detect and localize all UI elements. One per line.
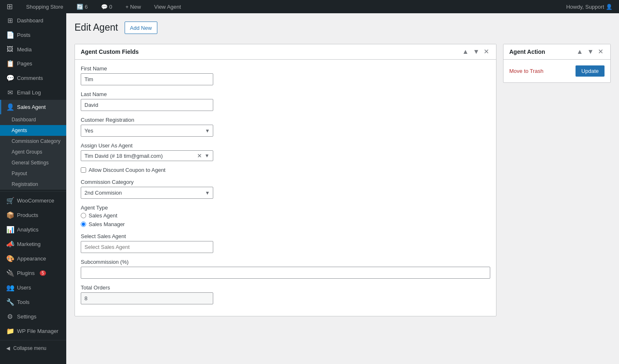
total-orders-group: Total Orders: [81, 284, 490, 304]
sidebar-label-email-log: Email Log: [17, 89, 41, 96]
new-content-label: + New: [125, 4, 141, 10]
sidebar-item-sales-agent[interactable]: 👤 Sales Agent: [0, 100, 66, 114]
sidebar-item-analytics[interactable]: 📊 Analytics: [0, 222, 66, 237]
sidebar-item-sa-agents[interactable]: Agents: [0, 125, 66, 136]
sidebar-item-pages[interactable]: 📋 Pages: [0, 56, 66, 71]
sa-commission-category-label: Commission Category: [12, 138, 60, 144]
assign-user-value: Tim David (# 18 tim@gmail.com): [84, 153, 163, 159]
sidebar-label-dashboard: Dashboard: [17, 17, 43, 24]
sidebar-item-posts[interactable]: 📄 Posts: [0, 28, 66, 42]
sidebar-item-sa-general-settings[interactable]: General Settings: [0, 157, 66, 168]
allow-discount-checkbox[interactable]: [81, 167, 86, 173]
collapse-icon: ◀: [6, 345, 10, 351]
sidebar-item-sa-dashboard[interactable]: Dashboard: [0, 114, 66, 125]
updates-count: 6: [85, 4, 88, 10]
collapse-menu-button[interactable]: ◀ Collapse menu: [0, 342, 66, 354]
agent-type-sales-agent-radio[interactable]: [81, 213, 86, 218]
sidebar-label-comments: Comments: [17, 75, 43, 81]
sidebar-item-tools[interactable]: 🔧 Tools: [0, 295, 66, 309]
last-name-input[interactable]: [81, 99, 213, 111]
sidebar-item-settings[interactable]: ⚙ Settings: [0, 309, 66, 324]
agent-type-sales-manager-label: Sales Manager: [89, 221, 125, 227]
agent-type-sales-manager-radio[interactable]: [81, 222, 86, 227]
agent-action-collapse-up-button[interactable]: ▲: [575, 48, 584, 55]
howdy-menu[interactable]: Howdy, Support 👤: [563, 0, 616, 13]
sidebar-item-sa-commission-category[interactable]: Commission Category: [0, 136, 66, 147]
view-agent-link[interactable]: View Agent: [151, 0, 184, 13]
email-log-icon: ✉: [6, 89, 14, 96]
metabox-collapse-down-button[interactable]: ▼: [472, 48, 481, 55]
commission-category-label: Commission Category: [81, 179, 490, 185]
select-sales-agent-label: Select Sales Agent: [81, 233, 490, 239]
sidebar-item-appearance[interactable]: 🎨 Appearance: [0, 251, 66, 266]
sidebar-item-comments[interactable]: 💬 Comments: [0, 71, 66, 85]
agent-action-collapse-down-button[interactable]: ▼: [586, 48, 595, 55]
agent-action-close-button[interactable]: ✕: [597, 48, 605, 55]
admin-bar: ⊞ Shopping Store 🔄 6 💬 0 + New View Agen…: [0, 0, 619, 13]
tools-icon: 🔧: [6, 298, 14, 306]
sidebar-item-sa-agent-groups[interactable]: Agent Groups: [0, 147, 66, 157]
wp-file-manager-icon: 📁: [6, 327, 14, 335]
sidebar-item-email-log[interactable]: ✉ Email Log: [0, 85, 66, 100]
sidebar-label-settings: Settings: [17, 313, 36, 320]
metabox-title: Agent Custom Fields: [81, 48, 139, 55]
sidebar-item-dashboard[interactable]: ⊞ Dashboard: [0, 13, 66, 28]
sa-agents-label: Agents: [12, 128, 27, 133]
metabox-close-button[interactable]: ✕: [482, 48, 490, 55]
sidebar-item-products[interactable]: 📦 Products: [0, 208, 66, 222]
update-button[interactable]: Update: [576, 65, 605, 77]
agent-action-controls: ▲ ▼ ✕: [575, 48, 605, 55]
subcommission-group: Subcommission (%): [81, 259, 490, 279]
allow-discount-group: Allow Discount Coupon to Agent: [81, 167, 490, 173]
sidebar-label-appearance: Appearance: [17, 256, 46, 262]
sidebar-label-plugins: Plugins: [17, 270, 35, 276]
customer-registration-select-wrap: Yes No ▼: [81, 125, 213, 137]
assign-user-clear-button[interactable]: ✕: [197, 152, 202, 159]
user-avatar-icon: 👤: [606, 4, 612, 10]
users-icon: 👥: [6, 284, 14, 292]
sidebar-label-products: Products: [17, 212, 38, 218]
assign-user-label: Assign User As Agent: [81, 142, 490, 149]
products-icon: 📦: [6, 211, 14, 219]
total-orders-input: [81, 292, 213, 304]
content-columns: Agent Custom Fields ▲ ▼ ✕ First Name: [75, 44, 611, 323]
sidebar-item-media[interactable]: 🖼 Media: [0, 42, 66, 56]
agent-action-header: Agent Action ▲ ▼ ✕: [503, 44, 610, 60]
sidebar: ⊞ Dashboard 📄 Posts 🖼 Media 📋 Pages 💬 Co…: [0, 13, 66, 364]
select-sales-agent-group: Select Sales Agent: [81, 233, 490, 253]
sidebar-item-users[interactable]: 👥 Users: [0, 280, 66, 295]
comments-count: 0: [109, 4, 112, 10]
main-content: Edit Agent Add New Agent Custom Fields ▲…: [66, 13, 619, 364]
sidebar-item-wp-file-manager[interactable]: 📁 WP File Manager: [0, 324, 66, 338]
commission-category-select-wrap: 2nd Commision ▼: [81, 187, 213, 199]
assign-user-group: Assign User As Agent Tim David (# 18 tim…: [81, 142, 490, 161]
assign-user-dropdown-arrow[interactable]: ▼: [205, 153, 210, 159]
marketing-icon: 📣: [6, 240, 14, 248]
sidebar-label-woocommerce: WooCommerce: [17, 198, 54, 204]
sidebar-item-plugins[interactable]: 🔌 Plugins 5: [0, 266, 66, 280]
updates-link[interactable]: 🔄 6: [73, 0, 91, 13]
assign-user-select-wrap[interactable]: Tim David (# 18 tim@gmail.com) ✕ ▼: [81, 150, 213, 161]
customer-registration-select[interactable]: Yes No: [81, 125, 213, 137]
move-to-trash-link[interactable]: Move to Trash: [509, 68, 543, 74]
main-column: Agent Custom Fields ▲ ▼ ✕ First Name: [75, 44, 496, 323]
first-name-input[interactable]: [81, 73, 213, 85]
metabox-collapse-up-button[interactable]: ▲: [461, 48, 470, 55]
site-name[interactable]: Shopping Store: [23, 0, 67, 13]
wp-logo[interactable]: ⊞: [3, 0, 16, 13]
commission-category-select[interactable]: 2nd Commision: [81, 187, 213, 199]
select-sales-agent-input[interactable]: [81, 241, 213, 253]
pages-icon: 📋: [6, 60, 14, 67]
sidebar-item-sa-payout[interactable]: Payout: [0, 168, 66, 179]
sidebar-label-sales-agent: Sales Agent: [17, 104, 46, 110]
sidebar-item-marketing[interactable]: 📣 Marketing: [0, 237, 66, 251]
appearance-icon: 🎨: [6, 255, 14, 263]
comments-icon: 💬: [101, 4, 108, 10]
new-content-link[interactable]: + New: [122, 0, 144, 13]
dashboard-icon: ⊞: [6, 17, 14, 24]
sidebar-item-sa-registration[interactable]: Registration: [0, 179, 66, 190]
comments-link[interactable]: 💬 0: [98, 0, 116, 13]
add-new-button[interactable]: Add New: [125, 22, 157, 34]
subcommission-input[interactable]: [81, 267, 490, 279]
sidebar-item-woocommerce[interactable]: 🛒 WooCommerce: [0, 193, 66, 208]
